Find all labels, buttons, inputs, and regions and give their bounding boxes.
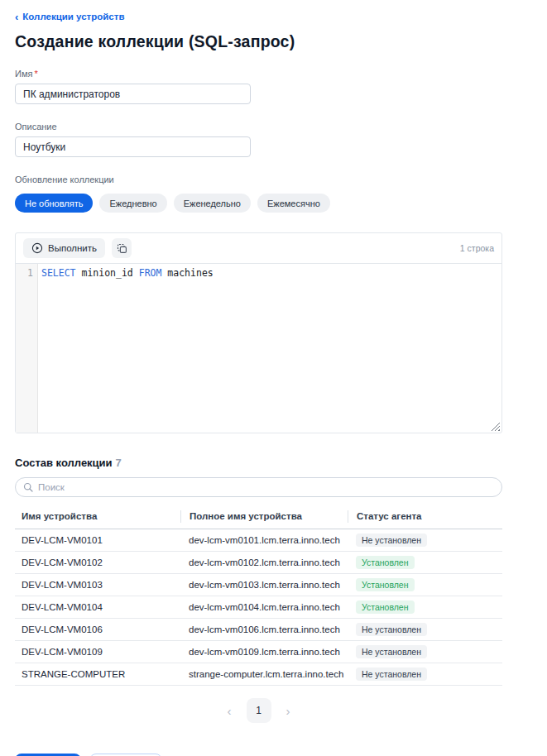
agent-status-badge: Установлен (356, 600, 415, 614)
pagination-prev-button[interactable]: ‹ (224, 702, 235, 720)
run-query-label: Выполнить (48, 243, 97, 253)
agent-status-badge: Не установлен (356, 645, 427, 658)
agent-status-badge: Не установлен (356, 534, 427, 547)
agent-status-cell: Установлен (348, 600, 502, 614)
copy-icon (117, 243, 127, 254)
collection-members-heading: Состав коллекции7 (15, 457, 532, 469)
play-icon (31, 242, 43, 254)
device-name-cell: DEV-LCM-VM0106 (15, 624, 180, 634)
device-name-cell: DEV-LCM-VM0109 (15, 647, 180, 657)
device-fqdn-cell: dev-lcm-vm0104.lcm.terra.inno.tech (180, 602, 348, 612)
create-collection-page: ‹ Коллекции устройств Создание коллекции… (0, 0, 547, 756)
device-name-cell: DEV-LCM-VM0103 (15, 580, 180, 590)
table-row: DEV-LCM-VM0103dev-lcm-vm0103.lcm.terra.i… (15, 574, 502, 596)
device-fqdn-cell: dev-lcm-vm0102.lcm.terra.inno.tech (180, 557, 348, 567)
table-row: DEV-LCM-VM0106dev-lcm-vm0106.lcm.terra.i… (15, 619, 502, 641)
line-count-label: 1 строка (460, 243, 494, 253)
agent-status-badge: Установлен (356, 578, 415, 591)
table-row: DEV-LCM-VM0109dev-lcm-vm0109.lcm.terra.i… (15, 641, 502, 663)
breadcrumb-back-link[interactable]: ‹ Коллекции устройств (15, 12, 124, 22)
device-name-cell: DEV-LCM-VM0104 (15, 602, 180, 612)
members-table: Имя устройства Полное имя устройства Ста… (15, 504, 502, 686)
device-fqdn-cell: strange-computer.lcm.terra.inno.tech (180, 669, 348, 679)
sql-code-line: SELECT minion_id FROM machines (38, 264, 501, 433)
agent-status-badge: Установлен (356, 556, 415, 569)
device-name-cell: STRANGE-COMPUTER (15, 669, 180, 679)
device-fqdn-cell: dev-lcm-vm0103.lcm.terra.inno.tech (180, 580, 348, 590)
column-header-agent-status: Статус агента (348, 510, 502, 523)
refresh-option-2[interactable]: Еженедельно (174, 194, 251, 213)
sql-editor-panel: Выполнить 1 строка 1 SELECT minion_id FR… (15, 232, 502, 433)
pagination-page-1-button[interactable]: 1 (247, 698, 271, 723)
sql-code-editor[interactable]: 1 SELECT minion_id FROM machines (16, 263, 501, 433)
refresh-option-1[interactable]: Ежедневно (99, 194, 166, 213)
pagination: ‹ 1 › (15, 698, 502, 723)
copy-query-button[interactable] (112, 238, 132, 258)
agent-status-cell: Не установлен (348, 623, 502, 636)
agent-status-cell: Не установлен (348, 667, 502, 681)
required-asterisk: * (34, 69, 37, 79)
device-fqdn-cell: dev-lcm-vm0106.lcm.terra.inno.tech (180, 624, 348, 634)
agent-status-cell: Не установлен (348, 645, 502, 658)
members-table-header: Имя устройства Полное имя устройства Ста… (15, 504, 502, 529)
column-header-fqdn: Полное имя устройства (180, 510, 348, 523)
table-row: DEV-LCM-VM0102dev-lcm-vm0102.lcm.terra.i… (15, 552, 502, 574)
name-input[interactable] (15, 84, 251, 104)
agent-status-cell: Не установлен (348, 534, 502, 547)
device-name-cell: DEV-LCM-VM0102 (15, 557, 180, 567)
column-header-device-name: Имя устройства (15, 511, 180, 521)
member-count: 7 (116, 457, 122, 469)
sql-editor-toolbar: Выполнить 1 строка (16, 233, 501, 263)
agent-status-cell: Установлен (348, 556, 502, 569)
chevron-left-icon: ‹ (15, 12, 18, 22)
search-input[interactable] (38, 482, 494, 492)
run-query-button[interactable]: Выполнить (23, 238, 105, 258)
device-name-cell: DEV-LCM-VM0101 (15, 535, 180, 545)
device-fqdn-cell: dev-lcm-vm0101.lcm.terra.inno.tech (180, 535, 348, 545)
description-field-label: Описание (15, 122, 532, 132)
line-number-gutter: 1 (16, 264, 38, 433)
name-field-label: Имя* (15, 69, 532, 79)
device-fqdn-cell: dev-lcm-vm0109.lcm.terra.inno.tech (180, 647, 348, 657)
refresh-field-label: Обновление коллекции (15, 175, 532, 184)
breadcrumb-label: Коллекции устройств (22, 12, 124, 22)
agent-status-badge: Не установлен (356, 667, 427, 681)
refresh-options-group: Не обновлятьЕжедневноЕженедельноЕжемесяч… (15, 194, 532, 213)
description-input[interactable] (15, 136, 251, 157)
table-row: DEV-LCM-VM0104dev-lcm-vm0104.lcm.terra.i… (15, 596, 502, 619)
member-search-box (15, 477, 502, 497)
agent-status-badge: Не установлен (356, 623, 427, 636)
line-number: 1 (16, 267, 33, 279)
table-row: STRANGE-COMPUTERstrange-computer.lcm.ter… (15, 663, 502, 686)
search-icon (23, 482, 33, 492)
pagination-next-button[interactable]: › (283, 702, 294, 720)
page-title: Создание коллекции (SQL-запрос) (15, 32, 532, 51)
refresh-option-3[interactable]: Ежемесячно (257, 194, 330, 213)
members-table-body: DEV-LCM-VM0101dev-lcm-vm0101.lcm.terra.i… (15, 529, 502, 686)
refresh-option-0[interactable]: Не обновлять (15, 194, 93, 213)
agent-status-cell: Установлен (348, 578, 502, 591)
table-row: DEV-LCM-VM0101dev-lcm-vm0101.lcm.terra.i… (15, 529, 502, 552)
